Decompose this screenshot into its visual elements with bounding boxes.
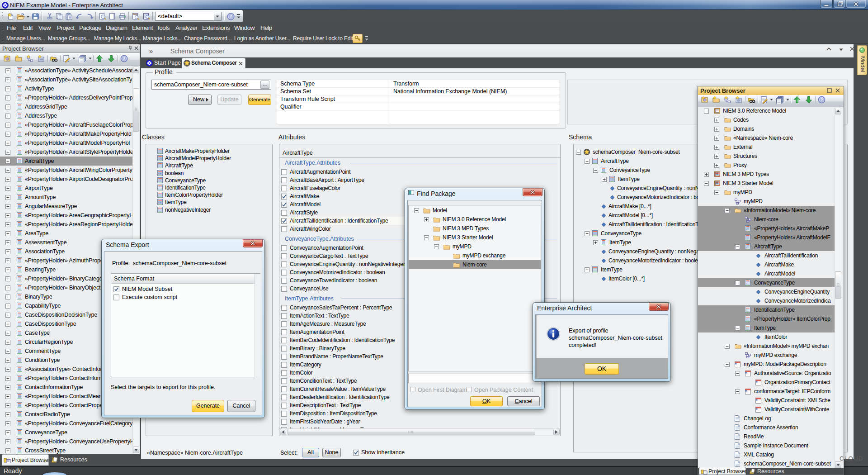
svg-text:?: ? <box>821 97 823 102</box>
svg-text:?: ? <box>230 14 232 19</box>
svg-text:?: ? <box>123 56 125 61</box>
